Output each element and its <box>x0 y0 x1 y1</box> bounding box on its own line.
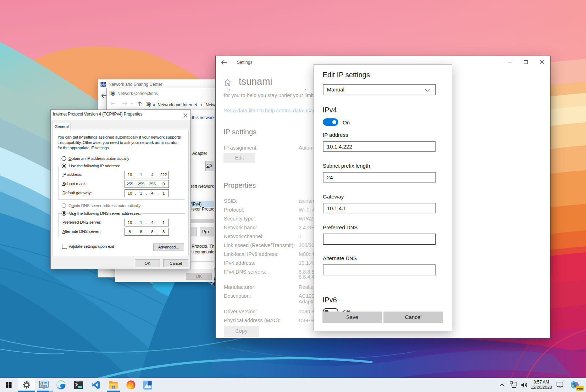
svg-text:8:57 AM: 8:57 AM <box>534 380 549 385</box>
svg-text:12/20/2023: 12/20/2023 <box>531 385 552 390</box>
svg-text:PRE: PRE <box>577 387 583 390</box>
